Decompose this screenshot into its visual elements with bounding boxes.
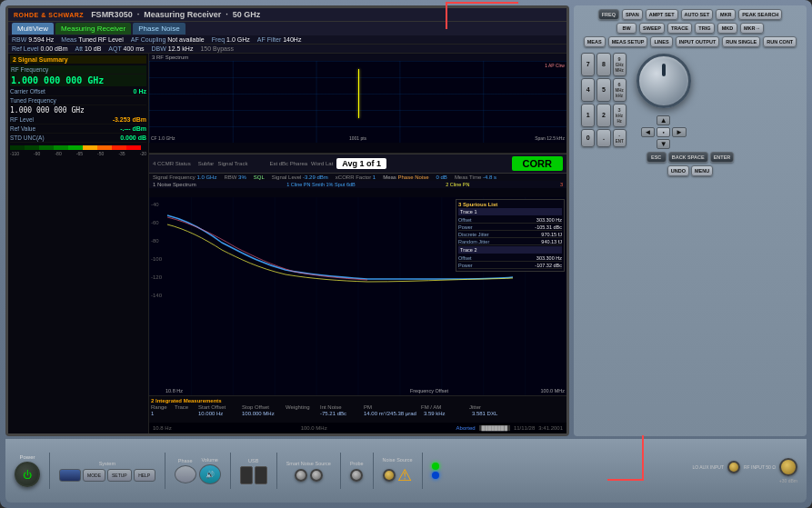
tuning-knob[interactable] [637, 54, 691, 108]
instrument-body: ROHDE & SCHWARZ FSMR3050 · Measuring Rec… [0, 0, 812, 508]
run-cont-button[interactable]: RUN CONT [763, 36, 797, 47]
esc-button[interactable]: ESC [647, 152, 667, 163]
rf-input-connector[interactable] [779, 458, 797, 476]
system-label: System [59, 461, 155, 466]
back-space-button[interactable]: BACK SPACE [668, 152, 708, 163]
nav-left[interactable]: ◄ [641, 127, 655, 137]
num-7[interactable]: 7 [581, 53, 595, 76]
num-3[interactable]: 3kHzHz [613, 104, 627, 127]
freq-button[interactable]: FREQ [598, 9, 619, 20]
volume-btn[interactable]: 🔊 [199, 464, 221, 484]
divider-6 [373, 453, 374, 489]
bottom-status-bar: 10.8 Hz 100.0 MHz Aborted ████████ 11/11… [149, 423, 566, 433]
span-button[interactable]: SPAN [622, 9, 643, 20]
main-screen: ROHDE & SCHWARZ FSMR3050 · Measuring Rec… [5, 5, 569, 436]
integrated-section: 2 Integrated Measurements Range Trace St… [149, 395, 566, 423]
corr-badge: CORR [512, 156, 563, 171]
trace-button[interactable]: TRACE [667, 23, 692, 34]
svg-text:-40: -40 [151, 202, 159, 207]
bw-button[interactable]: BW [617, 23, 637, 34]
instrument-title: FSMR3050 · Measuring Receiver · 50 GHz [91, 10, 260, 19]
run-single-button[interactable]: RUN SINGLE [722, 36, 760, 47]
system-section: System MODE SETUP HELP [59, 461, 155, 482]
system-btn-1[interactable] [59, 469, 81, 482]
input-output-button[interactable]: INPUT OUTPUT [676, 36, 720, 47]
peak-search-button[interactable]: PEAK SEARCH [738, 9, 782, 20]
numpad: 7 8 9GHzMHz 4 5 6MHzkHz 1 2 3kHzHz 0 . -… [577, 53, 630, 147]
power-section: Power ⏻ [15, 454, 40, 487]
power-label: Power [19, 454, 35, 460]
meas-setup-button[interactable]: MEAS SETUP [608, 36, 648, 47]
mkr-button[interactable]: MKR [716, 9, 736, 20]
num-6[interactable]: 6MHzkHz [613, 78, 627, 102]
tab-phase-noise[interactable]: Phase Noise [133, 23, 185, 35]
second-button-row: BW SWEEP TRACE TRIG MKD MKR→ [577, 23, 803, 34]
num-8[interactable]: 8 [596, 53, 610, 76]
num-ent[interactable]: -ENT [613, 129, 627, 147]
meas-button[interactable]: MEAS [584, 36, 606, 47]
rf-spectrum-label: 3 RF Spectrum [149, 54, 566, 61]
pts-label: 1001 pts [349, 135, 366, 141]
num-9[interactable]: 9GHzMHz [613, 53, 627, 76]
num-dot[interactable]: . [596, 129, 610, 147]
led-green [432, 463, 439, 470]
third-button-row: MEAS MEAS SETUP LINES INPUT OUTPUT RUN S… [577, 36, 803, 47]
noise-spectrum-header: 1 Noise Spectrum 1 Cline PN Smith 1% Spu… [149, 181, 566, 188]
num-2[interactable]: 2 [596, 104, 610, 127]
lo-aux-connector[interactable] [727, 461, 740, 473]
lines-button[interactable]: LINES [650, 36, 672, 47]
probe-connector[interactable] [350, 469, 363, 482]
nav-up[interactable]: ▲ [657, 115, 670, 125]
num-5[interactable]: 5 [596, 78, 610, 102]
bar-scale: -110-90-80-65-50-35-20 [10, 145, 146, 156]
front-panel: Power ⏻ System MODE SETUP HELP Phase [5, 439, 807, 503]
noise-x-label: Frequency Offset [410, 388, 448, 393]
nav-down[interactable]: ▼ [657, 139, 670, 149]
info-bar-2: Ref Level 0.00 dBm Att 10 dB AQT 400 ms … [8, 45, 566, 54]
sweep-button[interactable]: SWEEP [639, 23, 665, 34]
usb-port-1[interactable] [240, 466, 253, 484]
enter-button[interactable]: ENTER [710, 152, 735, 163]
nav-pad: ▲ ◄ ● ► ▼ [641, 115, 687, 149]
svg-text:-120: -120 [151, 274, 163, 280]
num-4[interactable]: 4 [581, 78, 595, 102]
power-button[interactable]: ⏻ [15, 462, 40, 487]
ampt-button[interactable]: AMPT SET [646, 9, 678, 20]
num-0[interactable]: 0 [581, 129, 595, 147]
ccmr-status-bar: 4 CCMR Status SubfarSignal TrackEst dBc … [149, 154, 566, 174]
noise-connector[interactable] [383, 469, 396, 482]
divider-3 [230, 453, 231, 489]
control-panel: FREQ SPAN AMPT SET AUTO SET MKR PEAK SEA… [574, 5, 807, 436]
divider-2 [165, 453, 165, 489]
avg-label: Avg 1 of 1 [336, 158, 386, 169]
noise-x-end: 100.0 MHz [540, 388, 565, 393]
auto-set-button[interactable]: AUTO SET [681, 9, 714, 20]
connector-1[interactable] [295, 469, 307, 482]
tab-multiview[interactable]: MultiView [12, 23, 54, 35]
rf-frequency-value: 1.000 000 000 GHz [11, 75, 145, 85]
rf-spectrum-section: 3 RF Spectrum 1 AP Clrw CF 1.0 GHz 1001 … [149, 54, 566, 154]
noise-x-start: 10.8 Hz [165, 388, 183, 393]
spurious-list: 3 Spurious List Trace 1 Offset 303.300 H… [456, 199, 565, 272]
mkd-button[interactable]: MKD [717, 23, 737, 34]
max-spec-label: +30 dBm [693, 478, 798, 483]
trig-button[interactable]: TRIG [695, 23, 715, 34]
signal-summary-title: 2 Signal Summary [10, 55, 146, 64]
mkr-arrow-button[interactable]: MKR→ [740, 23, 764, 34]
nav-center[interactable]: ● [657, 127, 670, 137]
num-1[interactable]: 1 [581, 104, 595, 127]
tab-measuring-receiver[interactable]: Measuring Receiver [55, 23, 131, 35]
system-btn-3[interactable]: SETUP [107, 469, 132, 482]
connector-2[interactable] [310, 469, 323, 482]
system-btn-2[interactable]: MODE [83, 469, 105, 482]
phase-volume-section: Phase Volume 🔊 [175, 457, 221, 484]
left-panel: 2 Signal Summary RF Frequency 1.000 000 … [8, 54, 149, 433]
undo-button[interactable]: UNDO [667, 165, 689, 176]
menu-button[interactable]: MENU [691, 165, 713, 176]
nav-right[interactable]: ► [672, 127, 686, 137]
phase-btn[interactable] [175, 465, 196, 483]
noise-source-section: Noise Source ⚠ [383, 457, 413, 485]
noise-plot: -40 -60 -80 -100 -120 -140 [149, 197, 566, 395]
usb-port-2[interactable] [255, 466, 267, 484]
system-btn-4[interactable]: HELP [134, 469, 155, 482]
